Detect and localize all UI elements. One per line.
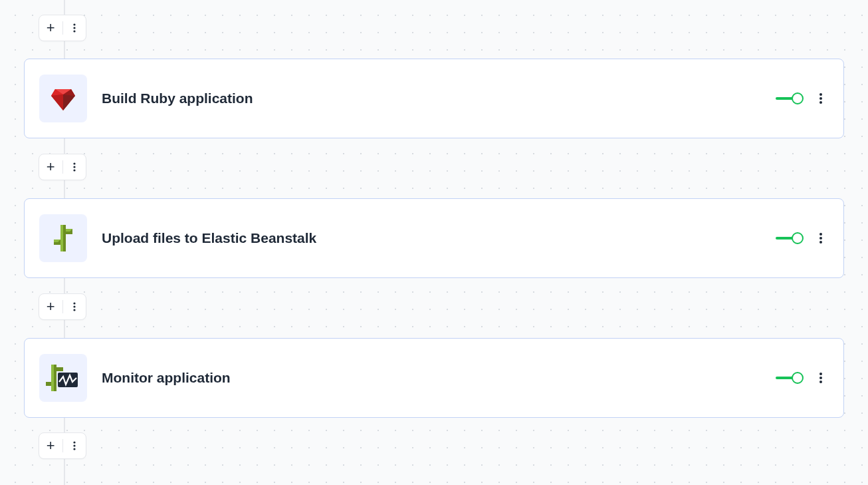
- step-title: Upload files to Elastic Beanstalk: [102, 230, 776, 246]
- kebab-icon: [69, 440, 80, 451]
- insert-control: +: [39, 15, 86, 41]
- svg-point-8: [73, 169, 75, 171]
- svg-point-25: [73, 448, 75, 450]
- step-menu-button[interactable]: [813, 88, 829, 109]
- add-step-button[interactable]: +: [39, 294, 62, 319]
- step-icon-box: [39, 75, 87, 122]
- toggle-knob: [792, 372, 804, 384]
- insert-menu-button[interactable]: [63, 15, 86, 41]
- toggle-knob: [792, 232, 804, 244]
- monitor-icon: [46, 362, 80, 394]
- kebab-icon: [814, 371, 827, 385]
- plus-icon: +: [47, 160, 55, 174]
- svg-point-14: [73, 302, 75, 304]
- svg-point-22: [819, 381, 822, 383]
- pipeline-canvas: + Build Ruby application: [0, 0, 868, 485]
- step-controls: [776, 88, 829, 109]
- add-step-button[interactable]: +: [39, 433, 62, 458]
- svg-point-7: [73, 166, 75, 168]
- insert-menu-button[interactable]: [63, 433, 86, 458]
- plus-icon: +: [47, 21, 55, 35]
- enable-toggle[interactable]: [776, 372, 804, 384]
- plus-icon: +: [47, 299, 55, 314]
- pipeline-step[interactable]: Build Ruby application: [24, 59, 844, 138]
- svg-rect-10: [60, 225, 63, 251]
- svg-point-0: [73, 23, 75, 25]
- svg-point-13: [819, 241, 822, 243]
- kebab-icon: [814, 232, 827, 245]
- add-step-button[interactable]: +: [39, 15, 62, 41]
- pipeline-step[interactable]: Upload files to Elastic Beanstalk: [24, 198, 844, 278]
- add-step-button[interactable]: +: [39, 154, 62, 180]
- pipeline-step[interactable]: Monitor application: [24, 338, 844, 418]
- svg-point-3: [819, 93, 822, 96]
- step-title: Build Ruby application: [102, 90, 776, 106]
- step-icon-box: [39, 354, 87, 402]
- beanstalk-icon: [50, 222, 76, 254]
- svg-point-1: [73, 27, 75, 29]
- enable-toggle[interactable]: [776, 92, 804, 104]
- step-menu-button[interactable]: [813, 367, 829, 389]
- insert-control: +: [39, 293, 86, 320]
- insert-control: +: [39, 154, 86, 180]
- svg-point-24: [73, 444, 75, 446]
- step-controls: [776, 367, 829, 389]
- kebab-icon: [69, 23, 80, 33]
- step-menu-button[interactable]: [813, 228, 829, 249]
- enable-toggle[interactable]: [776, 232, 804, 244]
- svg-point-23: [73, 441, 75, 443]
- svg-rect-18: [51, 365, 54, 391]
- ruby-icon: [49, 84, 78, 113]
- svg-point-20: [819, 373, 822, 375]
- step-icon-box: [39, 214, 87, 262]
- svg-point-11: [819, 233, 822, 236]
- svg-point-5: [819, 101, 822, 104]
- svg-point-21: [819, 377, 822, 379]
- svg-point-12: [819, 237, 822, 240]
- step-title: Monitor application: [102, 370, 776, 386]
- svg-point-15: [73, 305, 75, 307]
- kebab-icon: [69, 162, 80, 172]
- step-controls: [776, 228, 829, 249]
- insert-menu-button[interactable]: [63, 154, 86, 180]
- plus-icon: +: [47, 438, 55, 453]
- kebab-icon: [814, 92, 827, 105]
- insert-control: +: [39, 432, 86, 459]
- svg-point-6: [73, 162, 75, 164]
- toggle-knob: [792, 92, 804, 104]
- svg-point-2: [73, 30, 75, 32]
- kebab-icon: [69, 301, 80, 312]
- svg-point-4: [819, 97, 822, 100]
- svg-point-16: [73, 309, 75, 311]
- insert-menu-button[interactable]: [63, 294, 86, 319]
